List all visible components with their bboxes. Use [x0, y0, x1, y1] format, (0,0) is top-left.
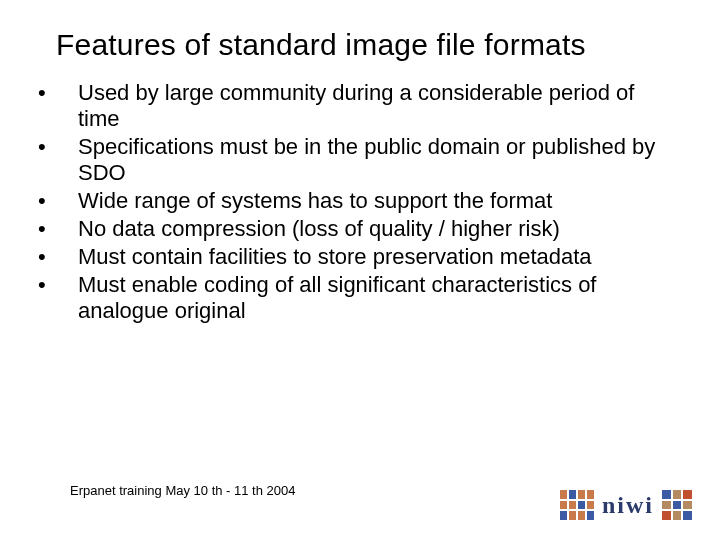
logo-grid-icon: [560, 490, 594, 520]
footer-text: Erpanet training May 10 th - 11 th 2004: [70, 483, 295, 498]
list-item: No data compression (loss of quality / h…: [32, 216, 678, 242]
bullet-text: Specifications must be in the public dom…: [78, 134, 655, 185]
list-item: Wide range of systems has to support the…: [32, 188, 678, 214]
bullet-text: Used by large community during a conside…: [78, 80, 634, 131]
bullet-list: Used by large community during a conside…: [32, 80, 688, 324]
logo-secondary-icon: [662, 490, 692, 520]
bullet-text: Wide range of systems has to support the…: [78, 188, 552, 213]
list-item: Specifications must be in the public dom…: [32, 134, 678, 186]
list-item: Must contain facilities to store preserv…: [32, 244, 678, 270]
slide: Features of standard image file formats …: [0, 0, 720, 540]
list-item: Used by large community during a conside…: [32, 80, 678, 132]
logo-area: niwi: [560, 490, 692, 520]
slide-title: Features of standard image file formats: [56, 28, 688, 62]
bullet-text: No data compression (loss of quality / h…: [78, 216, 560, 241]
logo-text-value: niwi: [602, 492, 654, 518]
logo-text: niwi: [602, 492, 654, 519]
bullet-text: Must contain facilities to store preserv…: [78, 244, 592, 269]
list-item: Must enable coding of all significant ch…: [32, 272, 678, 324]
bullet-text: Must enable coding of all significant ch…: [78, 272, 596, 323]
